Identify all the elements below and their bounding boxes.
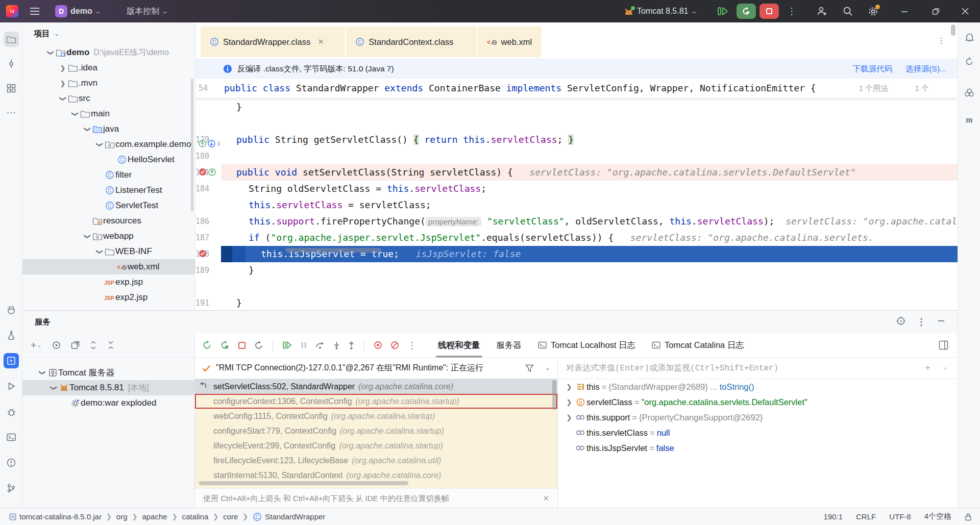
float-mode-icon[interactable]: [896, 316, 905, 326]
terminal-icon[interactable]: [4, 430, 19, 445]
status-indent-config[interactable]: 4个空格: [924, 512, 951, 521]
chevron-collapsed-icon[interactable]: ❯: [58, 64, 67, 72]
add-watch-icon[interactable]: +: [925, 363, 930, 373]
step-over-icon[interactable]: [315, 341, 325, 349]
chevron-collapsed-icon[interactable]: ❯: [564, 398, 574, 406]
chevron-collapsed-icon[interactable]: ❯: [564, 414, 574, 421]
variable-row[interactable]: ❯ this.support = {PropertyChangeSupport@…: [558, 410, 958, 425]
variable-row[interactable]: this.servletClass = null: [558, 425, 958, 440]
rerun-debug-icon[interactable]: [220, 340, 230, 350]
resume-program-icon[interactable]: [717, 0, 728, 22]
chevron-down-icon[interactable]: ⌄: [545, 364, 550, 372]
run-icon[interactable]: [4, 379, 19, 394]
chevron-expanded-icon[interactable]: ❯: [59, 94, 67, 103]
tree-item-HelloServlet[interactable]: C HelloServlet: [22, 152, 195, 167]
frame-row[interactable]: webConfig:1115, ContextConfig (org.apach…: [195, 409, 557, 423]
tree-item-com.example.demo[interactable]: ❯ com.example.demo: [22, 137, 195, 152]
collapse-all-icon[interactable]: [107, 341, 114, 349]
chevron-expanded-icon[interactable]: ❯: [96, 140, 104, 149]
breadcrumb-org[interactable]: org: [116, 512, 128, 521]
stop-icon[interactable]: [238, 341, 246, 349]
service-item-Tomcat8.5.81[interactable]: ❯ Tomcat 8.5.81 [本地]: [22, 380, 194, 395]
more-tool-windows-icon[interactable]: ⋯: [4, 105, 19, 120]
run-config-widget[interactable]: Tomcat 8.5.81 ⌄: [624, 0, 697, 22]
service-item-demowarexploded[interactable]: demo:war exploded: [22, 395, 194, 411]
variable-row[interactable]: this.isJspServlet = false: [558, 440, 958, 456]
status-file-encoding[interactable]: UTF-8: [889, 512, 911, 521]
window-close-button[interactable]: [953, 0, 977, 22]
project-scrollbar[interactable]: [191, 79, 193, 211]
debugger-tab-[interactable]: 服务器: [491, 333, 528, 358]
resume-icon[interactable]: [282, 341, 292, 349]
breadcrumb-core[interactable]: core: [223, 512, 238, 521]
frames-horizontal-scrollbar[interactable]: [199, 481, 408, 485]
pause-icon[interactable]: [300, 341, 307, 349]
editor-tab-web.xml[interactable]: </ web.xml: [478, 27, 542, 57]
step-into-icon[interactable]: [333, 341, 340, 349]
open-in-new-tab-icon[interactable]: [71, 341, 80, 349]
notifications-icon[interactable]: [962, 30, 977, 45]
project-panel-header[interactable]: 项目 ⌄: [22, 22, 195, 45]
problems-icon[interactable]: [4, 455, 19, 470]
breakpoint-verified-icon[interactable]: [199, 249, 207, 258]
structure-icon[interactable]: [4, 81, 19, 96]
chevron-collapsed-icon[interactable]: ❯: [58, 80, 67, 87]
chevron-expanded-icon[interactable]: ❯: [71, 109, 79, 118]
frames-scrollbar[interactable]: [552, 380, 556, 410]
chevron-expanded-icon[interactable]: ❯: [96, 247, 104, 256]
tree-item-demo[interactable]: ❯ demo D:\javaEE练习\demo: [22, 45, 195, 60]
chevron-expanded-icon[interactable]: ❯: [84, 124, 91, 134]
download-sources-link[interactable]: 下载源代码: [852, 64, 892, 74]
chevron-collapsed-icon[interactable]: ❯: [564, 383, 574, 391]
rerun-alt-icon[interactable]: [254, 341, 263, 350]
commit-icon[interactable]: [4, 56, 19, 71]
breadcrumb-StandardWrapper[interactable]: C StandardWrapper: [253, 512, 325, 521]
frame-row[interactable]: configureStart:779, ContextConfig (org.a…: [195, 423, 557, 438]
tree-item-main[interactable]: ❯ main: [22, 106, 195, 121]
debugger-tab-[interactable]: 线程和变量: [432, 333, 486, 358]
chevron-expanded-icon[interactable]: ❯: [50, 383, 58, 392]
expand-all-icon[interactable]: [90, 341, 97, 349]
read-only-lock-icon[interactable]: [965, 513, 972, 521]
frame-row[interactable]: setServletClass:502, StandardWrapper (or…: [195, 379, 557, 394]
tab-options-icon[interactable]: ⋮: [937, 36, 945, 45]
evaluate-expression-input[interactable]: 对表达式求值(Enter)或添加监视(Ctrl+Shift+Enter) + ⌄: [557, 358, 958, 379]
chevron-down-icon[interactable]: ⌄: [944, 363, 947, 373]
tree-item-ListenerTest[interactable]: C ListenerTest: [22, 183, 195, 198]
add-service-icon[interactable]: +⌄: [31, 340, 42, 351]
step-out-icon[interactable]: [348, 341, 355, 349]
breadcrumb-catalina[interactable]: catalina: [182, 512, 209, 521]
variable-row[interactable]: ❯ this = {StandardWrapper@2689} ... toSt…: [558, 379, 958, 394]
hide-panel-icon[interactable]: [937, 316, 945, 324]
editor-vertical-scrollbar[interactable]: [951, 24, 955, 36]
frame-row[interactable]: fireLifecycleEvent:123, LifecycleBase (o…: [195, 453, 557, 468]
rerun-icon[interactable]: [202, 340, 212, 350]
editor-tab-StandardWrapper.class[interactable]: C StandardWrapper.class ✕: [201, 27, 345, 57]
choose-sources-link[interactable]: 选择源(S)...: [905, 64, 946, 74]
debugger-tab-TomcatLocalhost[interactable]: Tomcat Localhost 日志: [532, 333, 642, 358]
frame-row[interactable]: lifecycleEvent:299, ContextConfig (org.a…: [195, 438, 557, 453]
tree-item-java[interactable]: ❯ java: [22, 121, 195, 137]
vcs-widget[interactable]: 版本控制 ⌄: [127, 0, 167, 22]
version-control-icon[interactable]: [4, 481, 19, 496]
close-icon[interactable]: ✕: [543, 494, 549, 503]
code-with-me-icon[interactable]: [817, 0, 828, 22]
usages-hint[interactable]: 1 个用法: [859, 79, 888, 98]
status-caret-position[interactable]: 190:1: [823, 512, 843, 521]
tree-item-ServletTest[interactable]: C ServletTest: [22, 198, 195, 213]
view-breakpoints-icon[interactable]: [374, 341, 382, 349]
layout-settings-icon[interactable]: [939, 340, 948, 350]
stop-button[interactable]: [760, 4, 779, 19]
breadcrumb-tomcat-catalina-8.5.0.jar[interactable]: tomcat-catalina-8.5.0.jar: [9, 512, 102, 521]
filter-funnel-icon[interactable]: [525, 364, 534, 372]
project-widget[interactable]: D demo ⌄: [55, 0, 101, 22]
chevron-expanded-icon[interactable]: ❯: [39, 368, 46, 377]
inheritors-hint[interactable]: 1 个: [915, 79, 929, 98]
service-item-Tomcat[interactable]: ❯ Tomcat 服务器: [22, 365, 194, 380]
tree-item-.mvn[interactable]: ❯ .mvn: [22, 76, 195, 91]
tree-item-webapp[interactable]: ❯ webapp: [22, 229, 195, 244]
dependencies-icon[interactable]: [4, 328, 19, 343]
tree-item-WEB-INF[interactable]: ❯ WEB-INF: [22, 244, 195, 259]
more-actions-icon[interactable]: ⋮: [787, 0, 797, 22]
chevron-expanded-icon[interactable]: ❯: [47, 48, 55, 57]
